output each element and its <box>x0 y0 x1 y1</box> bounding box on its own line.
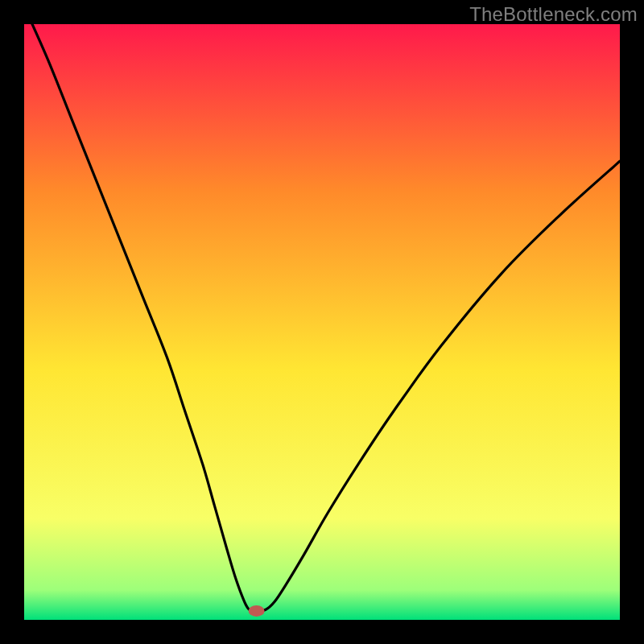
watermark-text: TheBottleneck.com <box>469 3 638 26</box>
gradient-background <box>24 24 620 620</box>
plot-area <box>24 24 620 620</box>
chart-svg <box>24 24 620 620</box>
minimum-marker <box>249 605 265 617</box>
chart-frame: TheBottleneck.com <box>0 0 644 644</box>
